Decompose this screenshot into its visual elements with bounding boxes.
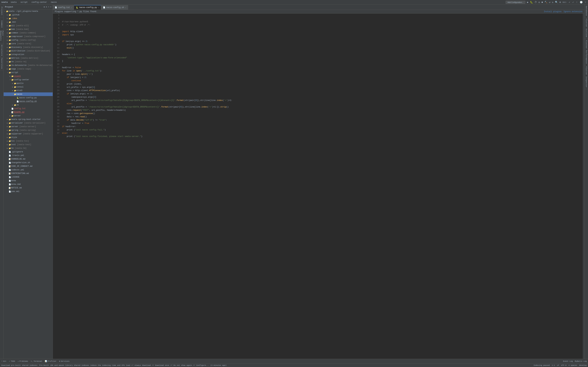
tree-item-contributing[interactable]: 📝 CONTRIBUTING.md [4, 172, 53, 175]
tree-item-discovery[interactable]: ▶ 📁 discovery [seata-discovery] [4, 46, 53, 49]
git-bottom-item[interactable]: ⑂ Git [1, 360, 6, 362]
tree-item-sqlparser[interactable]: ▶ 📁 sqlparser [seata-sqlparser] [4, 132, 53, 136]
tree-item-distribution[interactable]: ▶ 📁 distribution [seata-distribution] [4, 49, 53, 53]
pull-requests-tab[interactable]: Pull Requests [0, 31, 3, 44]
tab-config-txt[interactable]: 📄 config.txt ✕ [53, 5, 74, 10]
terminal-bottom-item[interactable]: >_ Terminal [31, 360, 42, 362]
code-content[interactable]: #!/usr/bin/env python3# -*- coding: UTF-… [61, 14, 583, 359]
tree-item-nacos[interactable]: ▾ 📁 nacos [4, 92, 53, 96]
tree-item-nacos-config-sh[interactable]: 📄 nacos-config.sh [4, 100, 53, 103]
tree-item-config-center[interactable]: ▾ 📁 config-center [4, 78, 53, 82]
install-plugins-button[interactable]: Install plugins [544, 10, 562, 13]
tab-nacos-config-sh[interactable]: 📄 nacos-config.sh ✕ [101, 5, 128, 10]
tree-item-bom[interactable]: ▶ 📁 bom [seata-bom] [4, 27, 53, 31]
project-tab[interactable]: Project [0, 5, 3, 18]
add-configuration-button[interactable]: Add Configuration... [506, 1, 525, 4]
tree-item-script[interactable]: ▾ 📁 script [4, 71, 53, 74]
mybatis-log-item[interactable]: MyBatis Log [575, 360, 587, 362]
tree-item-core[interactable]: ▶ 📁 core [seata-core] [4, 42, 53, 46]
tree-item-config-txt[interactable]: 📄 config.txt [4, 107, 53, 110]
tree-item-changelog[interactable]: 📝 CHANGELOG.md [4, 157, 53, 161]
right-tab-flutter-performance[interactable]: Flutter Performance [585, 39, 588, 65]
tree-item-github[interactable]: ▶ 📁 .github [4, 13, 53, 17]
git-history-icon[interactable]: 🕐 [579, 0, 583, 4]
tree-item-spring[interactable]: ▶ 📁 spring [seata-spring] [4, 128, 53, 132]
profiler-bottom-item[interactable]: 📊 Profiler [45, 360, 56, 362]
tree-item-integration[interactable]: ▶ 📁 integration [4, 53, 53, 56]
tree-item-rm[interactable]: ▶ 📁 rm [seata-rm] [4, 60, 53, 64]
menu-config-center[interactable]: config-center [31, 1, 48, 4]
tree-item-style[interactable]: ▶ 📁 style [4, 136, 53, 139]
tab-close-nacos-config-sh[interactable]: ✕ [125, 7, 126, 8]
sidebar-filter-icon[interactable]: ⚡ [48, 6, 49, 8]
tree-item-client[interactable]: ▶ 📁 client [4, 74, 53, 78]
tree-item-nacos-config-py[interactable]: 🐍 nacos-config.py [4, 96, 53, 100]
favorites-tab[interactable]: Favorites [0, 57, 3, 70]
tree-item-idea[interactable]: ▶ 📁 .idea [4, 17, 53, 20]
stop-icon[interactable]: ■ [541, 1, 543, 4]
services-bottom-item[interactable]: ⚙ Services [59, 360, 69, 362]
tree-item-tcc[interactable]: ▶ 📁 tcc [seata-tcc] [4, 139, 53, 143]
settings-icon[interactable]: ⚙ [559, 0, 561, 4]
run-icon[interactable]: ▶ [527, 0, 529, 4]
tree-item-spring-boot-starter[interactable]: ▶ 📁 seata-spring-boot-starter [4, 118, 53, 121]
tab-close-config-txt[interactable]: ✕ [71, 7, 72, 8]
tree-item-seata[interactable]: ▾ 📁 seata ~/git_plugins/seata [4, 9, 53, 13]
tree-item-gitignore[interactable]: 📄 .gitignore [4, 150, 53, 154]
structure-tab[interactable]: Structure [0, 44, 3, 57]
tree-item-all[interactable]: ▶ 📁 all [seata-all] [4, 24, 53, 27]
tree-item-apollo[interactable]: ▶ 📁 apollo [4, 82, 53, 85]
problems-bottom-item[interactable]: ⚠ Problems [18, 360, 28, 362]
sidebar-options-icon[interactable]: ⋯ [50, 6, 51, 8]
tree-item-zk[interactable]: ▶ 📁 zk [4, 103, 53, 107]
git-check-icon[interactable]: ✓ [568, 0, 571, 4]
tree-item-compressor[interactable]: ▶ 📁 compressor [seata-compressor] [4, 35, 53, 38]
tree-item-license[interactable]: 📄 LICENSE [4, 175, 53, 179]
tree-item-mvnw[interactable]: 📄 mvnw [4, 179, 53, 183]
right-tab-flutter-outline[interactable]: Flutter Outline [585, 17, 588, 39]
tree-item-serializer[interactable]: ▶ 📁 serializer [seata-serializer] [4, 121, 53, 125]
tree-item-travis[interactable]: 📄 .travis.yml [4, 154, 53, 157]
git-update-icon[interactable]: ↑ [576, 1, 578, 4]
tab-nacos-config-py[interactable]: 🐍 nacos-config.py ✕ [74, 5, 101, 10]
tree-item-mvnw-cmd[interactable]: 📄 mvnw.cmd [4, 183, 53, 186]
profile-icon[interactable]: ⏱ [534, 1, 537, 4]
tree-item-rm-datasource[interactable]: ▶ 📁 rm-datasource [seata-rm-datasource] [4, 64, 53, 67]
todo-bottom-item[interactable]: ✓ TODO [9, 360, 15, 362]
menu-seata[interactable]: seata [10, 1, 17, 4]
tree-item-code-of-conduct[interactable]: 📝 CODE_OF_CONDUCT.md [4, 165, 53, 168]
tree-item-config[interactable]: ▶ 📁 config [seata-config] [4, 38, 53, 42]
tree-item-test[interactable]: ▶ 📁 test [seata-test] [4, 143, 53, 146]
tree-item-common[interactable]: ▶ 📁 common [seata-common] [4, 31, 53, 35]
tree-item-etcd3[interactable]: ▶ 📁 etcd3 [4, 89, 53, 92]
git-branch-icon[interactable]: ⑂ [584, 1, 587, 4]
tree-item-tm[interactable]: ▶ 📁 tm [seata-tm] [4, 146, 53, 150]
event-log-item[interactable]: Event Log [563, 360, 573, 362]
ignore-extension-button[interactable]: Ignore extension [563, 10, 582, 13]
tree-item-consul[interactable]: ▶ 📁 consul [4, 85, 53, 89]
tree-item-server[interactable]: ▶ 📁 server [seata-server] [4, 125, 53, 128]
tab-close-nacos-config-py[interactable]: ✕ [98, 7, 99, 8]
git-check2-icon[interactable]: ✓ [572, 0, 574, 4]
search-everywhere-icon[interactable]: 🔍 [554, 0, 558, 4]
tree-item-notice[interactable]: 📝 NOTICE.md [4, 186, 53, 190]
tree-item-pom[interactable]: 📄 pom.xml [4, 190, 53, 193]
tree-item-server-script[interactable]: ▶ 📁 server [4, 114, 53, 118]
coverage-icon[interactable]: ◎ [538, 0, 540, 4]
commit-tab[interactable]: Commit [0, 18, 3, 31]
editor-scrollbar[interactable] [583, 14, 584, 359]
menu-script[interactable]: script [19, 1, 28, 4]
tree-item-readme[interactable]: 📝 README.md [4, 110, 53, 114]
tree-item-saga[interactable]: ▶ 📁 saga [seata-saga] [4, 67, 53, 71]
redo-icon[interactable]: ↻ [551, 0, 554, 4]
tree-item-codecov[interactable]: 📄 codecov.yml [4, 168, 53, 172]
tree-item-changeversion[interactable]: 📄 changeVersion.sh [4, 161, 53, 165]
menu-nacos[interactable]: nacos [50, 1, 58, 4]
tree-item-metrics[interactable]: ▶ 📁 metrics [seata-metrics] [4, 56, 53, 60]
sidebar-collapse-icon[interactable]: ≡ [46, 6, 47, 8]
tree-item-mvn[interactable]: ▶ 📁 .mvn [4, 20, 53, 24]
right-tab-database[interactable]: Database [585, 5, 588, 17]
debug-icon[interactable]: 🐛 [530, 0, 533, 4]
build-icon[interactable]: 🔨 [544, 0, 548, 4]
right-tab-flutter-inspector[interactable]: Flutter Inspector [585, 65, 588, 89]
